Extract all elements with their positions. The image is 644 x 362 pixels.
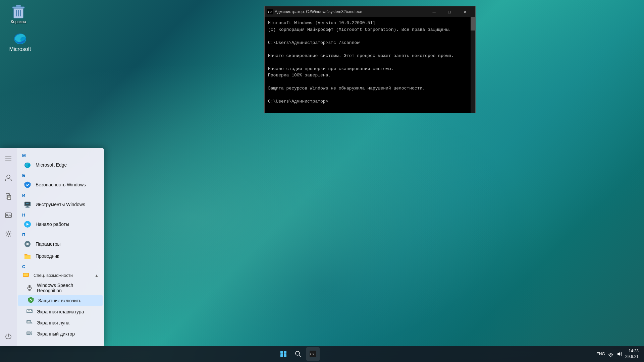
- svg-rect-20: [25, 207, 30, 208]
- cmd-line-11: Защита ресурсов Windows не обнаружила на…: [268, 85, 472, 92]
- svg-rect-36: [30, 310, 31, 311]
- explorer-icon: [23, 252, 32, 260]
- cmd-line-2: (с) Корпорация Майкрософт (Microsoft Cor…: [268, 26, 472, 33]
- menu-item-security[interactable]: Безопасность Windows: [18, 179, 103, 191]
- cmd-taskbar-button[interactable]: C>: [306, 347, 320, 361]
- start-button[interactable]: [277, 347, 290, 361]
- cmd-scrollbar-thumb[interactable]: [471, 17, 475, 31]
- recycle-bin-label: Корзина: [11, 19, 26, 24]
- cmd-icon: C>: [267, 9, 273, 14]
- cmd-minimize-button[interactable]: ─: [426, 6, 442, 17]
- letter-P: П: [17, 230, 104, 238]
- submenu-magnifier[interactable]: Экранная лупа: [17, 317, 104, 328]
- sidebar-documents-icon[interactable]: [2, 190, 14, 202]
- svg-rect-44: [27, 332, 30, 334]
- menu-item-tools[interactable]: Инструменты Windows: [18, 198, 103, 210]
- cmd-line-5: [268, 46, 472, 53]
- edge-desktop-icon[interactable]: Microsoft: [7, 30, 34, 52]
- security-icon: [23, 181, 32, 189]
- accessibility-label: Спец. возможности: [34, 273, 73, 278]
- recycle-bin-icon[interactable]: Корзина: [5, 3, 32, 24]
- svg-rect-1: [12, 7, 24, 8]
- getstarted-label: Начало работы: [36, 222, 69, 227]
- taskbar: C> ENG 14:23 29.6.21: [0, 346, 644, 362]
- svg-rect-28: [23, 274, 28, 276]
- settings-label: Параметры: [36, 241, 61, 247]
- cmd-line-3: [268, 33, 472, 40]
- start-menu-sidebar: [0, 148, 17, 346]
- cmd-line-8: Начало стадии проверки при сканировании …: [268, 66, 472, 72]
- svg-point-49: [610, 356, 611, 357]
- desktop: Корзина Microsoft C> Администратор: C:\W…: [0, 0, 644, 362]
- defender-label: Защитник включить: [38, 298, 81, 303]
- svg-point-16: [7, 233, 10, 235]
- submenu-narrator[interactable]: Экранный диктор: [17, 328, 104, 339]
- cmd-line-13: C:\Users\Администратор>: [268, 98, 472, 105]
- tools-label: Инструменты Windows: [36, 202, 85, 207]
- taskbar-center: C>: [0, 347, 596, 361]
- magnifier-label: Экранная лупа: [37, 320, 69, 325]
- clock-time: 14:23: [629, 348, 639, 354]
- defender-icon: [28, 297, 34, 304]
- svg-text:C>: C>: [310, 352, 315, 356]
- svg-rect-19: [26, 206, 29, 207]
- svg-point-26: [26, 243, 29, 245]
- svg-rect-35: [29, 310, 30, 311]
- cmd-line-1: Microsoft Windows [Version 10.0.22000.51…: [268, 20, 472, 26]
- language-indicator[interactable]: ENG: [596, 352, 605, 356]
- taskbar-clock[interactable]: 14:23 29.6.21: [625, 348, 639, 360]
- cmd-line-4: C:\Users\Администратор>sfc /scannow: [268, 40, 472, 46]
- svg-rect-14: [5, 213, 11, 218]
- letter-N: Н: [17, 210, 104, 218]
- taskbar-right: ENG 14:23 29.6.21: [596, 348, 644, 360]
- sound-icon[interactable]: [616, 351, 623, 357]
- svg-rect-34: [27, 310, 28, 311]
- cmd-scrollbar[interactable]: [471, 17, 475, 113]
- edge-icon: [23, 161, 32, 169]
- menu-item-explorer[interactable]: Проводник: [18, 250, 103, 262]
- sidebar-person-icon[interactable]: [2, 172, 14, 184]
- svg-rect-33: [26, 309, 33, 313]
- menu-item-getstarted[interactable]: Начало работы: [18, 218, 103, 230]
- menu-item-settings[interactable]: Параметры: [18, 238, 103, 250]
- cmd-controls: ─ □ ✕: [426, 6, 473, 17]
- edge-desktop-label: Microsoft: [9, 46, 31, 52]
- speech-label: Windows Speech Recognition: [37, 283, 99, 293]
- cmd-taskbar-icon: C>: [310, 351, 316, 357]
- keyboard-label: Экранная клавиатура: [37, 309, 84, 314]
- cmd-close-button[interactable]: ✕: [457, 6, 473, 17]
- svg-point-45: [296, 351, 300, 355]
- expand-icon: ▲: [95, 273, 99, 278]
- accessibility-icon: [22, 271, 30, 280]
- clock-date: 29.6.21: [625, 354, 639, 360]
- menu-item-edge[interactable]: Microsoft Edge: [18, 159, 103, 171]
- keyboard-icon: [26, 308, 33, 315]
- cmd-line-7: [268, 59, 472, 66]
- submenu-defender[interactable]: Защитник включить: [18, 295, 103, 306]
- cmd-titlebar: C> Администратор: C:\Windows\system32\cm…: [265, 6, 475, 17]
- tools-icon: [23, 200, 32, 208]
- search-button[interactable]: [291, 347, 305, 361]
- svg-point-9: [7, 175, 10, 178]
- submenu-speech[interactable]: Windows Speech Recognition: [17, 281, 104, 295]
- sidebar-power-icon[interactable]: [2, 330, 14, 343]
- network-icon[interactable]: [608, 351, 614, 357]
- cmd-line-10: [268, 79, 472, 85]
- accessibility-group[interactable]: Спец. возможности ▲: [17, 270, 104, 281]
- svg-rect-29: [29, 285, 31, 288]
- svg-rect-2: [16, 5, 21, 7]
- cmd-maximize-button[interactable]: □: [442, 6, 457, 17]
- sidebar-hamburger[interactable]: [2, 153, 14, 165]
- magnifier-icon: [26, 319, 33, 326]
- settings-icon: [23, 240, 32, 248]
- edge-label: Microsoft Edge: [36, 162, 67, 168]
- sidebar-settings-icon[interactable]: [2, 228, 14, 240]
- submenu-keyboard[interactable]: Экранная клавиатура: [17, 306, 104, 317]
- security-label: Безопасность Windows: [36, 182, 86, 187]
- cmd-window: C> Администратор: C:\Windows\system32\cm…: [264, 6, 476, 113]
- windows-logo: [280, 351, 286, 357]
- sidebar-pictures-icon[interactable]: [2, 209, 14, 221]
- mic-icon: [26, 284, 33, 292]
- svg-text:C>: C>: [268, 10, 272, 14]
- getstarted-icon: [23, 220, 32, 228]
